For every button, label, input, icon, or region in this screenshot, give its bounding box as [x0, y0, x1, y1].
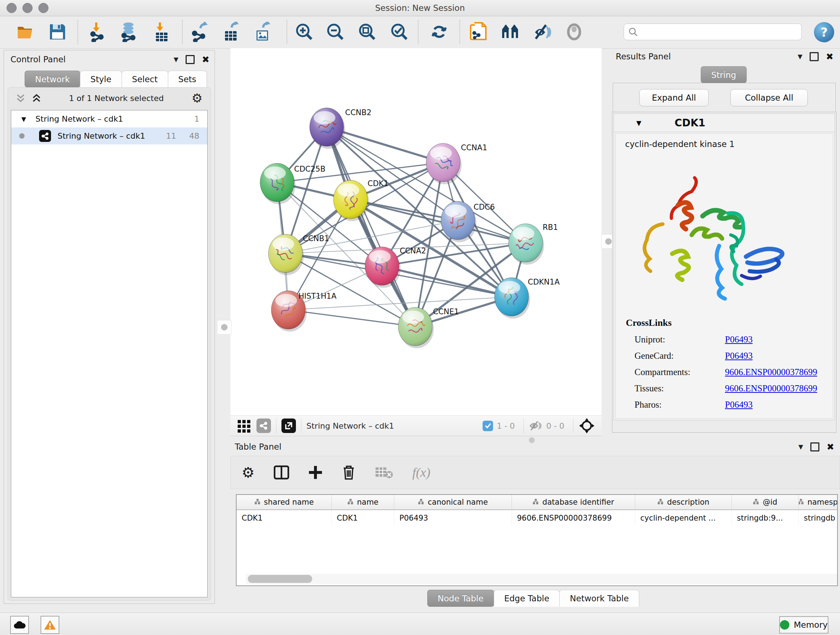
column-header-shared-name[interactable]: shared name — [237, 495, 332, 510]
table-panel: Table Panel ▼ ✖ ⚙ f(x) shared namenameca… — [227, 437, 840, 613]
table-row[interactable]: CDK1CDK1P064939606.ENSP00000378699cyclin… — [237, 510, 838, 526]
expand-all-button[interactable]: Expand All — [639, 89, 709, 106]
warning-icon — [44, 619, 56, 630]
panel-collapse-icon[interactable]: ▼ — [174, 56, 178, 63]
collapse-all-button[interactable]: Collapse All — [730, 89, 808, 106]
open-folder-icon[interactable] — [14, 21, 37, 43]
gene-symbol: CDK1 — [675, 117, 706, 129]
node-CCNB2[interactable] — [309, 108, 345, 149]
zoom-selected-icon[interactable] — [388, 21, 411, 43]
fit-selected-crosshair-icon[interactable] — [578, 417, 595, 434]
export-image-icon[interactable] — [251, 21, 273, 43]
node-RB1[interactable] — [508, 224, 544, 264]
show-all-icon[interactable] — [563, 21, 585, 43]
import-network-icon[interactable] — [87, 21, 109, 43]
node-label-RB1: RB1 — [543, 223, 558, 232]
tab-network-table[interactable]: Network Table — [559, 590, 639, 607]
open-in-window-icon[interactable] — [281, 418, 296, 433]
left-splitter-handle[interactable] — [217, 320, 232, 334]
tab-edge-table[interactable]: Edge Table — [494, 590, 560, 607]
column-header-name[interactable]: name — [332, 495, 394, 510]
hide-selected-icon[interactable] — [531, 21, 554, 43]
node-label-CDK1: CDK1 — [368, 179, 388, 188]
zoom-in-icon[interactable] — [293, 21, 316, 43]
refresh-layout-icon[interactable] — [428, 21, 450, 43]
crosslink-link[interactable]: P06493 — [725, 351, 752, 361]
column-header-database-identifier[interactable]: database identifier — [512, 495, 635, 510]
scrollbar-thumb[interactable] — [248, 575, 312, 583]
panel-collapse-icon[interactable]: ▼ — [798, 443, 803, 450]
memory-button[interactable]: Memory — [779, 616, 829, 633]
panel-close-icon[interactable]: ✖ — [202, 55, 210, 64]
string-badge-icon[interactable] — [256, 418, 271, 433]
tab-select[interactable]: Select — [122, 71, 168, 88]
tab-sets[interactable]: Sets — [168, 71, 207, 88]
import-table-icon[interactable] — [150, 21, 173, 43]
column-header-namespace[interactable]: namespace — [799, 495, 838, 510]
crosslink-link[interactable]: 9606.ENSP00000378699 — [725, 367, 817, 377]
column-header-description[interactable]: description — [635, 495, 732, 510]
column-header-canonical-name[interactable]: canonical name — [394, 495, 512, 510]
import-database-icon[interactable] — [117, 21, 140, 43]
table-horizontal-scrollbar[interactable] — [246, 574, 838, 584]
node-CCNE1[interactable] — [398, 307, 434, 348]
tab-string[interactable]: String — [701, 66, 747, 83]
crosslink-link[interactable]: 9606.ENSP00000378699 — [725, 383, 817, 394]
delete-column-icon[interactable] — [341, 464, 356, 480]
network-collection-row[interactable]: ▼ String Network – cdk1 1 — [11, 111, 207, 127]
save-icon[interactable] — [46, 21, 69, 43]
network-status-dot — [19, 133, 25, 139]
gene-entry-header[interactable]: ▼ CDK1 — [614, 114, 835, 132]
results-panel-title: Results Panel — [616, 52, 671, 61]
panel-float-icon[interactable] — [186, 55, 195, 64]
network-options-gear-icon[interactable]: ⚙ — [192, 91, 202, 105]
first-neighbors-icon[interactable] — [500, 21, 523, 43]
edge-CCNB2-CCNE1[interactable] — [327, 127, 415, 326]
crosslink-label: Pharos: — [635, 400, 725, 410]
node-label-CCNA1: CCNA1 — [461, 143, 487, 152]
search-input[interactable] — [624, 24, 802, 40]
column-header-@id[interactable]: @id — [732, 495, 799, 510]
crosslink-link[interactable]: P06493 — [725, 400, 752, 410]
table-panel-title: Table Panel — [235, 442, 281, 451]
node-CCNA2[interactable] — [365, 247, 401, 288]
table-settings-gear-icon[interactable]: ⚙ — [242, 464, 255, 481]
tab-node-table[interactable]: Node Table — [427, 590, 494, 607]
entry-expand-icon[interactable]: ▼ — [636, 119, 641, 127]
panel-close-icon[interactable]: ✖ — [827, 442, 834, 451]
panel-float-icon[interactable] — [810, 52, 819, 61]
tab-network[interactable]: Network — [25, 71, 80, 88]
node-CDKN1A[interactable] — [494, 278, 530, 318]
tab-style[interactable]: Style — [80, 71, 122, 88]
warning-button[interactable] — [41, 616, 59, 634]
node-CCNA1[interactable] — [426, 143, 462, 184]
add-column-icon[interactable] — [308, 465, 323, 480]
panel-collapse-icon[interactable]: ▼ — [798, 53, 802, 60]
show-columns-icon[interactable] — [273, 464, 289, 480]
panel-close-icon[interactable]: ✖ — [826, 52, 834, 61]
zoom-out-icon[interactable] — [324, 21, 347, 43]
collapse-all-icon[interactable] — [16, 93, 25, 103]
selected-checkbox-icon[interactable] — [483, 421, 493, 431]
edge-CCNA2-CDKN1A[interactable] — [382, 266, 512, 297]
crosslink-link[interactable]: P06493 — [725, 334, 752, 345]
string-clipboard-icon[interactable] — [468, 21, 490, 43]
panel-float-icon[interactable] — [810, 442, 819, 451]
zoom-fit-icon[interactable] — [356, 21, 378, 43]
network-canvas[interactable]: CCNB2CCNA1CDC25BCDK1CDC6RB1CCNB1CCNA2CDK… — [231, 48, 602, 415]
node-CDK1[interactable] — [333, 180, 369, 221]
node-CDC25B[interactable] — [260, 163, 295, 204]
export-network-icon[interactable] — [188, 21, 211, 43]
network-row[interactable]: String Network – cdk1 11 48 — [11, 127, 207, 144]
birdseye-grid-icon[interactable] — [237, 418, 251, 433]
expand-all-icon[interactable] — [32, 93, 41, 103]
edge-HIST1H1A-CCNE1[interactable] — [288, 310, 415, 326]
node-CCNB1[interactable] — [268, 234, 304, 275]
export-table-icon[interactable] — [219, 21, 242, 43]
collection-expand-icon[interactable]: ▼ — [21, 116, 26, 123]
cloud-status-button[interactable] — [10, 616, 29, 634]
application-window: Session: New Session — [0, 0, 840, 635]
table-cell: stringdb:9... — [732, 510, 799, 526]
help-icon[interactable]: ? — [814, 22, 834, 42]
crosslinks-title: CrossLinks — [626, 318, 826, 328]
